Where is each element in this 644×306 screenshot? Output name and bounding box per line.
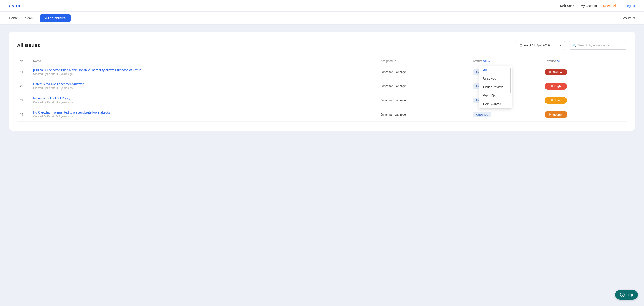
- table-row: #4No Captcha Implemented to prevent brut…: [17, 107, 627, 122]
- user-name: Zoum: [623, 16, 632, 20]
- row-issue-name: No Account Lockout PolicyCreated By Bara…: [30, 93, 378, 107]
- audit-chevron-icon: ▾: [560, 44, 561, 47]
- status-dropdown-scrollbar: [510, 68, 511, 93]
- issue-name-link[interactable]: [Critical] Suspected Price Manipulation …: [33, 68, 375, 72]
- severity-badge[interactable]: Medium: [544, 111, 568, 118]
- severity-dot: [549, 71, 551, 73]
- severity-badge[interactable]: High: [544, 83, 567, 89]
- top-nav-my-account[interactable]: My Account: [581, 4, 597, 8]
- status-dropdown-container: All ▲ All Unsolved Under Review Wont Fix: [483, 59, 490, 63]
- status-chevron-up-icon: ▲: [488, 60, 490, 62]
- row-number: #2: [17, 79, 30, 93]
- severity-label-text: Low: [555, 99, 560, 102]
- row-issue-name: No Captcha Implemented to prevent brute …: [30, 107, 378, 122]
- status-option-help-wanted[interactable]: Help Wanted: [479, 100, 512, 108]
- nav-home[interactable]: Home: [9, 15, 18, 21]
- issues-card: All Issues ⧖ Audit 18 Apr, 2019 ▾ 🔍 Sear…: [9, 32, 635, 130]
- nav-scan[interactable]: Scan: [25, 15, 33, 21]
- issue-meta: Created By Barath B 2 years ago: [33, 72, 72, 76]
- row-severity: Medium: [542, 107, 627, 122]
- audit-label: Audit 18 Apr, 2019: [524, 44, 550, 47]
- issue-meta: Created By Barath B 2 years ago: [33, 101, 72, 104]
- issue-name-link[interactable]: No Account Lockout Policy: [33, 96, 375, 100]
- severity-chevron-icon: ▾: [562, 60, 563, 62]
- status-option-all[interactable]: All: [479, 66, 512, 74]
- issue-name-link[interactable]: Unrestricted File Attachment Allowed: [33, 82, 375, 86]
- row-status: Unsolved: [470, 107, 542, 122]
- row-issue-name: [Critical] Suspected Price Manipulation …: [30, 65, 378, 79]
- issues-table: No. Name Assigned To Status: All ▲: [17, 57, 627, 122]
- col-header-no: No.: [17, 57, 30, 65]
- logo-text: astra: [9, 3, 20, 9]
- row-assigned: Jonathan Laberge: [378, 107, 470, 122]
- table-row: #2Unrestricted File Attachment AllowedCr…: [17, 79, 627, 93]
- status-label: Status:: [473, 59, 482, 63]
- issues-title: All Issues: [17, 42, 40, 48]
- severity-label: Severity:: [544, 59, 556, 63]
- sec-nav: Home Scan Vulnerabilities Zoum ▾: [0, 12, 644, 25]
- row-severity: High: [542, 79, 627, 93]
- table-header-row: No. Name Assigned To Status: All ▲: [17, 57, 627, 65]
- row-assigned: Jonathan Laberge: [378, 79, 470, 93]
- col-header-assigned: Assigned To: [378, 57, 470, 65]
- issue-meta: Created By Barath B 2 years ago: [33, 115, 72, 118]
- search-placeholder: Search by issue name: [578, 44, 609, 47]
- search-icon: 🔍: [572, 44, 576, 47]
- row-severity: Critical: [542, 65, 627, 79]
- audit-dropdown[interactable]: ⧖ Audit 18 Apr, 2019 ▾: [516, 41, 565, 50]
- top-nav-web-scan[interactable]: Web Scan: [560, 4, 574, 8]
- table-row: #1[Critical] Suspected Price Manipulatio…: [17, 65, 627, 79]
- severity-label-text: Critical: [553, 70, 562, 74]
- status-badge[interactable]: Unsolved: [473, 112, 491, 117]
- issues-header: All Issues ⧖ Audit 18 Apr, 2019 ▾ 🔍 Sear…: [17, 41, 627, 50]
- help-label: Help: [626, 293, 633, 296]
- severity-badge[interactable]: Critical: [544, 69, 567, 75]
- main-content: All Issues ⧖ Audit 18 Apr, 2019 ▾ 🔍 Sear…: [0, 25, 644, 138]
- status-option-under-review[interactable]: Under Review: [479, 83, 512, 91]
- row-severity: Low: [542, 93, 627, 107]
- status-option-wont-fix[interactable]: Wont Fix: [479, 91, 512, 100]
- severity-dot: [548, 113, 551, 115]
- issue-name-link[interactable]: No Captcha Implemented to prevent brute …: [33, 111, 375, 114]
- help-icon: ?: [620, 292, 624, 297]
- user-menu-chevron: ▾: [633, 16, 635, 20]
- issue-meta: Created By Barath B 2 years ago: [33, 87, 72, 90]
- severity-label-text: High: [554, 85, 561, 88]
- row-number: #3: [17, 93, 30, 107]
- top-nav-links: Web Scan My Account Need help? Logout: [560, 4, 635, 8]
- user-menu[interactable]: Zoum ▾: [623, 16, 635, 20]
- help-button[interactable]: ? Help: [615, 290, 638, 300]
- sec-nav-items: Home Scan Vulnerabilities: [9, 14, 70, 22]
- row-issue-name: Unrestricted File Attachment AllowedCrea…: [30, 79, 378, 93]
- search-box[interactable]: 🔍 Search by issue name: [569, 41, 627, 50]
- severity-all-button[interactable]: All: [557, 59, 560, 63]
- severity-dot: [551, 99, 553, 101]
- col-header-status: Status: All ▲ All Unsolved Under Review: [470, 57, 542, 65]
- nav-vulnerabilities[interactable]: Vulnerabilities: [40, 14, 70, 22]
- col-header-severity: Severity: All ▾: [542, 57, 627, 65]
- top-nav: astra Web Scan My Account Need help? Log…: [0, 0, 644, 12]
- row-number: #4: [17, 107, 30, 122]
- severity-dot: [550, 85, 553, 87]
- top-nav-need-help[interactable]: Need help?: [603, 4, 619, 8]
- top-nav-logout[interactable]: Logout: [626, 4, 635, 8]
- severity-badge[interactable]: Low: [544, 97, 567, 104]
- row-number: #1: [17, 65, 30, 79]
- table-row: #3No Account Lockout PolicyCreated By Ba…: [17, 93, 627, 107]
- row-assigned: Jonathan Laberge: [378, 65, 470, 79]
- status-dropdown: All Unsolved Under Review Wont Fix Help …: [478, 66, 512, 109]
- funnel-icon: ⧖: [520, 43, 522, 47]
- status-option-unsolved[interactable]: Unsolved: [479, 74, 512, 83]
- issues-controls: ⧖ Audit 18 Apr, 2019 ▾ 🔍 Search by issue…: [516, 41, 627, 50]
- col-header-name: Name: [30, 57, 378, 65]
- severity-label-text: Medium: [552, 113, 564, 116]
- logo: astra: [9, 3, 20, 9]
- status-all-button[interactable]: All: [483, 59, 487, 63]
- row-assigned: Jonathan Laberge: [378, 93, 470, 107]
